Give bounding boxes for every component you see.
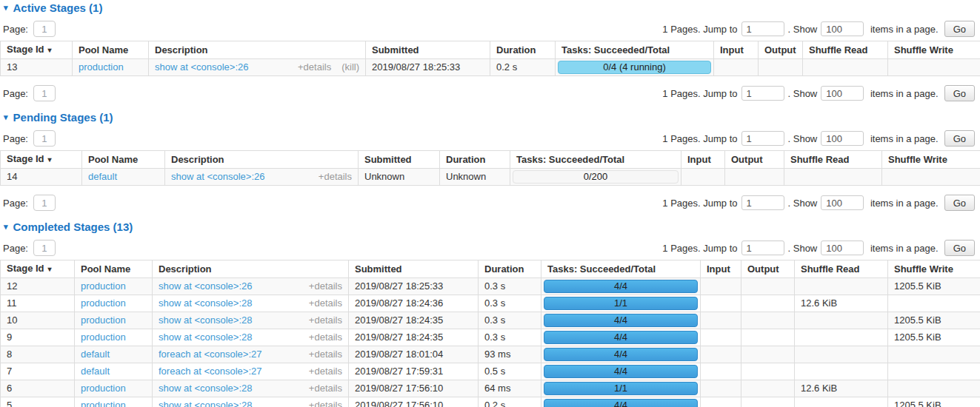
items-per-page-text: items in a page. xyxy=(867,133,938,144)
section-heading[interactable]: ▾Active Stages (1) xyxy=(4,1,980,14)
description-link[interactable]: show at <console>:28 xyxy=(159,383,303,394)
column-header-shuffle-read[interactable]: Shuffle Read xyxy=(784,151,882,169)
description-link[interactable]: show at <console>:28 xyxy=(159,298,303,309)
column-header-stage-id[interactable]: Stage Id▾ xyxy=(1,41,73,59)
column-header-input[interactable]: Input xyxy=(681,151,725,169)
pool-link[interactable]: production xyxy=(81,314,126,326)
pool-link[interactable]: production xyxy=(81,280,126,292)
page-number-input[interactable] xyxy=(33,240,56,256)
column-header-submitted[interactable]: Submitted xyxy=(366,41,490,59)
column-header-duration[interactable]: Duration xyxy=(479,260,541,278)
pool-link[interactable]: production xyxy=(81,332,126,343)
page-number-input[interactable] xyxy=(33,85,56,101)
go-button[interactable]: Go xyxy=(944,195,975,211)
pool-link[interactable]: default xyxy=(81,349,110,360)
column-header-output[interactable]: Output xyxy=(741,260,795,278)
jump-to-input[interactable] xyxy=(741,240,784,255)
items-per-page-text: items in a page. xyxy=(867,243,938,254)
show-count-input[interactable] xyxy=(821,86,864,101)
jump-to-input[interactable] xyxy=(741,86,784,101)
details-link[interactable]: +details xyxy=(309,400,342,407)
column-header-stage-id[interactable]: Stage Id▾ xyxy=(1,151,82,169)
column-label: Output xyxy=(731,154,763,165)
input-cell xyxy=(701,295,741,312)
description-link[interactable]: show at <console>:26 xyxy=(171,172,313,182)
page-number-input[interactable] xyxy=(33,130,56,147)
show-count-input[interactable] xyxy=(821,131,864,146)
section-title[interactable]: Pending Stages (1) xyxy=(13,111,113,124)
description-link[interactable]: show at <console>:26 xyxy=(159,281,303,292)
column-header-pool-name[interactable]: Pool Name xyxy=(82,151,165,169)
jump-to-input[interactable] xyxy=(741,131,784,146)
column-header-shuffle-read[interactable]: Shuffle Read xyxy=(795,260,888,278)
show-count-input[interactable] xyxy=(821,195,864,210)
pool-link[interactable]: production xyxy=(81,400,126,407)
column-header-tasks-succeeded-total[interactable]: Tasks: Succeeded/Total xyxy=(556,41,714,59)
column-header-tasks-succeeded-total[interactable]: Tasks: Succeeded/Total xyxy=(541,260,701,278)
pagination-bar: Page: 1 Pages. Jump to . Show items in a… xyxy=(3,130,975,147)
details-link[interactable]: +details xyxy=(309,298,342,309)
column-header-output[interactable]: Output xyxy=(725,151,784,169)
show-count-input[interactable] xyxy=(821,21,864,36)
column-header-shuffle-read[interactable]: Shuffle Read xyxy=(803,41,888,59)
stage-id-cell: 5 xyxy=(1,397,75,407)
pages-count-text: 1 Pages. Jump to xyxy=(662,133,737,144)
description-link[interactable]: foreach at <console>:27 xyxy=(159,366,303,377)
description-link[interactable]: show at <console>:28 xyxy=(159,315,303,326)
column-header-input[interactable]: Input xyxy=(714,41,759,59)
details-link[interactable]: +details xyxy=(309,383,342,394)
column-header-pool-name[interactable]: Pool Name xyxy=(73,41,149,59)
go-button[interactable]: Go xyxy=(944,240,975,256)
column-header-output[interactable]: Output xyxy=(759,41,803,59)
column-header-shuffle-write[interactable]: Shuffle Write xyxy=(888,260,980,278)
description-wrap: show at <console>:28+details xyxy=(159,383,342,394)
jump-to-input[interactable] xyxy=(741,21,784,36)
description-link[interactable]: show at <console>:28 xyxy=(159,332,303,343)
details-link[interactable]: +details xyxy=(298,62,331,73)
details-link[interactable]: +details xyxy=(309,315,342,326)
column-header-duration[interactable]: Duration xyxy=(490,41,556,59)
go-button[interactable]: Go xyxy=(944,130,975,147)
column-header-description[interactable]: Description xyxy=(165,151,359,169)
column-header-description[interactable]: Description xyxy=(153,260,349,278)
details-link[interactable]: +details xyxy=(309,349,342,360)
column-label: Submitted xyxy=(364,154,412,165)
section-title[interactable]: Completed Stages (13) xyxy=(13,221,133,233)
details-link[interactable]: +details xyxy=(309,281,342,292)
details-link[interactable]: +details xyxy=(309,366,342,377)
column-header-description[interactable]: Description xyxy=(149,41,366,59)
pool-link[interactable]: production xyxy=(79,61,124,73)
pool-link[interactable]: production xyxy=(81,297,126,309)
show-count-input[interactable] xyxy=(821,240,864,255)
description-link[interactable]: show at <console>:28 xyxy=(159,400,303,407)
pool-link[interactable]: production xyxy=(81,383,126,394)
column-label: Pool Name xyxy=(81,263,130,275)
pool-link[interactable]: default xyxy=(88,171,117,182)
column-header-shuffle-write[interactable]: Shuffle Write xyxy=(882,151,980,169)
column-header-pool-name[interactable]: Pool Name xyxy=(75,260,153,278)
description-link[interactable]: show at <console>:26 xyxy=(155,62,292,73)
column-header-duration[interactable]: Duration xyxy=(440,151,510,169)
column-header-input[interactable]: Input xyxy=(701,260,741,278)
description-link[interactable]: foreach at <console>:27 xyxy=(159,349,303,360)
pool-link[interactable]: default xyxy=(81,366,110,377)
go-button[interactable]: Go xyxy=(944,85,975,101)
section-heading[interactable]: ▾Completed Stages (13) xyxy=(4,221,980,233)
column-header-tasks-succeeded-total[interactable]: Tasks: Succeeded/Total xyxy=(510,151,681,169)
column-header-submitted[interactable]: Submitted xyxy=(349,260,479,278)
details-link[interactable]: +details xyxy=(309,332,342,343)
section-title[interactable]: Active Stages (1) xyxy=(13,1,103,14)
page-number-input[interactable] xyxy=(33,21,56,37)
column-header-shuffle-write[interactable]: Shuffle Write xyxy=(888,41,980,59)
column-header-submitted[interactable]: Submitted xyxy=(359,151,440,169)
jump-to-input[interactable] xyxy=(741,195,784,210)
pool-cell: default xyxy=(75,363,153,380)
details-link[interactable]: +details xyxy=(319,172,352,182)
kill-link[interactable]: (kill) xyxy=(341,62,359,73)
section-heading[interactable]: ▾Pending Stages (1) xyxy=(4,111,980,124)
page-control: Page: xyxy=(3,21,56,37)
column-header-stage-id[interactable]: Stage Id▾ xyxy=(1,260,75,278)
go-button[interactable]: Go xyxy=(944,21,975,37)
description-wrap: show at <console>:26+details xyxy=(171,172,352,182)
page-number-input[interactable] xyxy=(33,195,56,211)
